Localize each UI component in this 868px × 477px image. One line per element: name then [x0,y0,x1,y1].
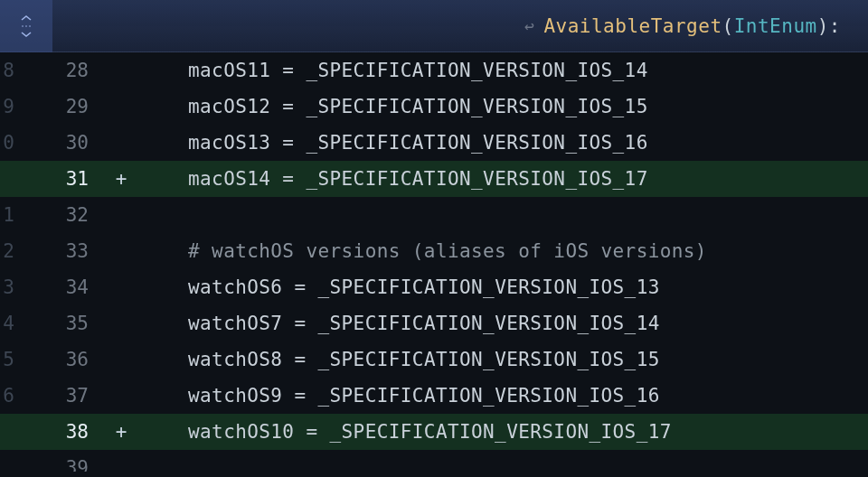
assignment: = _SPECIFICATION_VERSION_IOS_16 [282,385,659,407]
assignment: = _SPECIFICATION_VERSION_IOS_17 [294,421,671,443]
code-content: watchOS8 = _SPECIFICATION_VERSION_IOS_15 [141,349,660,370]
sticky-scope-header: ↩ AvailableTarget(IntEnum): [0,0,868,52]
new-line-number: 33 [14,240,101,262]
new-line-number: 30 [14,132,101,154]
diff-line[interactable]: 132 [0,197,868,233]
code-lines[interactable]: 828macOS11 = _SPECIFICATION_VERSION_IOS_… [0,52,868,472]
new-line-number: 31 [14,168,101,190]
assignment: = _SPECIFICATION_VERSION_IOS_16 [270,132,647,154]
new-line-number: 29 [14,96,101,117]
sticky-scope-text: ↩ AvailableTarget(IntEnum): [524,15,868,37]
diff-line[interactable]: 030macOS13 = _SPECIFICATION_VERSION_IOS_… [0,125,868,161]
assignment: = _SPECIFICATION_VERSION_IOS_13 [282,276,659,298]
assignment: = _SPECIFICATION_VERSION_IOS_15 [282,349,659,370]
code-content: watchOS10 = _SPECIFICATION_VERSION_IOS_1… [141,421,672,443]
identifier: watchOS10 [188,421,294,443]
plus-marker: + [101,168,141,190]
code-content: macOS11 = _SPECIFICATION_VERSION_IOS_14 [141,60,648,81]
old-line-number: 4 [0,313,14,334]
diff-line-added[interactable]: 31+macOS14 = _SPECIFICATION_VERSION_IOS_… [0,161,868,197]
identifier: watchOS8 [188,349,282,370]
assignment: = _SPECIFICATION_VERSION_IOS_15 [270,96,647,117]
class-name: AvailableTarget [543,15,722,37]
code-content: watchOS9 = _SPECIFICATION_VERSION_IOS_16 [141,385,660,407]
identifier: watchOS9 [188,385,282,407]
diff-line[interactable]: 39 [0,450,868,472]
old-line-number: 3 [0,276,14,298]
diff-line[interactable]: 233# watchOS versions (aliases of iOS ve… [0,233,868,269]
diff-line[interactable]: 637watchOS9 = _SPECIFICATION_VERSION_IOS… [0,378,868,414]
diff-line-added[interactable]: 38+watchOS10 = _SPECIFICATION_VERSION_IO… [0,414,868,450]
diff-line[interactable]: 828macOS11 = _SPECIFICATION_VERSION_IOS_… [0,52,868,89]
code-content: macOS13 = _SPECIFICATION_VERSION_IOS_16 [141,132,648,154]
identifier: macOS12 [188,96,270,117]
diff-line[interactable]: 536watchOS8 = _SPECIFICATION_VERSION_IOS… [0,341,868,378]
plus-marker: + [101,421,141,443]
new-line-number: 37 [14,385,101,407]
diff-line[interactable]: 435watchOS7 = _SPECIFICATION_VERSION_IOS… [0,305,868,341]
identifier: macOS11 [188,60,270,81]
code-content: watchOS7 = _SPECIFICATION_VERSION_IOS_14 [141,313,660,334]
code-content: macOS12 = _SPECIFICATION_VERSION_IOS_15 [141,96,648,117]
svg-point-1 [25,25,27,27]
identifier: watchOS7 [188,313,282,334]
svg-point-2 [29,25,31,27]
new-line-number: 36 [14,349,101,370]
new-line-number: 35 [14,313,101,334]
old-line-number: 0 [0,132,14,154]
line-wrap-icon: ↩ [524,16,534,35]
diff-line[interactable]: 334watchOS6 = _SPECIFICATION_VERSION_IOS… [0,269,868,305]
expand-hunk-handle[interactable] [0,0,52,52]
partial-line: 39 [0,450,868,472]
assignment: = _SPECIFICATION_VERSION_IOS_14 [270,60,647,81]
new-line-number: 32 [14,204,101,226]
old-line-number: 8 [0,60,14,81]
old-line-number: 9 [0,96,14,117]
comment-text: # watchOS versions (aliases of iOS versi… [188,240,707,262]
code-content: watchOS6 = _SPECIFICATION_VERSION_IOS_13 [141,276,660,298]
code-content: # watchOS versions (aliases of iOS versi… [141,240,707,262]
expand-vertical-icon [17,14,35,38]
new-line-number: 39 [14,457,101,472]
old-line-number: 5 [0,349,14,370]
close-paren: ): [817,15,841,37]
assignment: = _SPECIFICATION_VERSION_IOS_17 [270,168,647,190]
identifier: watchOS6 [188,276,282,298]
assignment: = _SPECIFICATION_VERSION_IOS_14 [282,313,659,334]
diff-editor[interactable]: ↩ AvailableTarget(IntEnum): 828macOS11 =… [0,0,868,477]
new-line-number: 38 [14,421,101,443]
old-line-number: 2 [0,240,14,262]
old-line-number: 6 [0,385,14,407]
code-content: macOS14 = _SPECIFICATION_VERSION_IOS_17 [141,168,648,190]
identifier: macOS14 [188,168,270,190]
new-line-number: 28 [14,60,101,81]
base-class: IntEnum [734,15,817,37]
old-line-number: 1 [0,204,14,226]
new-line-number: 34 [14,276,101,298]
open-paren: ( [722,15,734,37]
identifier: macOS13 [188,132,270,154]
diff-line[interactable]: 929macOS12 = _SPECIFICATION_VERSION_IOS_… [0,89,868,125]
svg-point-0 [22,25,24,27]
